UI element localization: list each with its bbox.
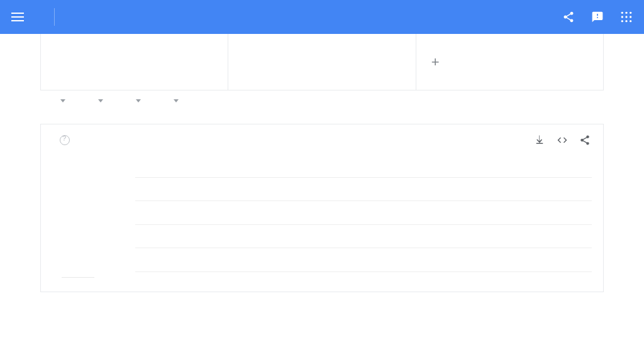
filter-category[interactable] bbox=[131, 99, 141, 102]
series-color-dot bbox=[243, 58, 251, 66]
svg-point-5 bbox=[630, 16, 631, 18]
feedback-icon[interactable] bbox=[591, 11, 604, 23]
filter-region[interactable] bbox=[55, 99, 65, 102]
filter-search-type[interactable] bbox=[169, 99, 179, 102]
svg-point-2 bbox=[630, 12, 631, 14]
apps-icon[interactable] bbox=[620, 11, 633, 23]
svg-point-4 bbox=[625, 16, 627, 18]
chart-body bbox=[41, 156, 603, 292]
svg-point-1 bbox=[625, 12, 627, 14]
panel-header bbox=[41, 124, 603, 156]
term-card-kibana[interactable] bbox=[41, 34, 228, 90]
compare-terms-row: + bbox=[40, 34, 604, 90]
svg-point-8 bbox=[630, 20, 631, 22]
term-card-grafana[interactable] bbox=[228, 34, 416, 90]
menu-icon[interactable] bbox=[11, 13, 24, 21]
svg-point-7 bbox=[625, 20, 627, 22]
filter-time[interactable] bbox=[93, 99, 103, 102]
chevron-down-icon bbox=[174, 99, 179, 102]
series-color-dot bbox=[56, 58, 64, 66]
svg-point-6 bbox=[621, 20, 623, 22]
plus-icon: + bbox=[431, 54, 440, 70]
line-chart bbox=[119, 171, 592, 283]
y-axis-ticks bbox=[119, 171, 135, 265]
interest-over-time-panel bbox=[40, 124, 604, 292]
info-icon[interactable] bbox=[60, 135, 70, 145]
filters-row bbox=[40, 90, 604, 111]
share-icon[interactable] bbox=[579, 134, 591, 146]
header-divider bbox=[54, 8, 55, 26]
embed-icon[interactable] bbox=[557, 134, 568, 146]
chevron-down-icon bbox=[136, 99, 141, 102]
svg-point-3 bbox=[621, 16, 623, 18]
svg-point-0 bbox=[621, 12, 623, 14]
plot-area bbox=[135, 171, 592, 271]
download-icon[interactable] bbox=[534, 134, 545, 146]
chevron-down-icon bbox=[98, 99, 103, 102]
share-icon[interactable] bbox=[562, 11, 575, 23]
average-bars bbox=[62, 183, 94, 278]
chevron-down-icon bbox=[60, 99, 65, 102]
add-comparison-button[interactable]: + bbox=[416, 34, 604, 90]
app-header bbox=[0, 0, 644, 34]
average-bars-chart bbox=[52, 171, 104, 283]
